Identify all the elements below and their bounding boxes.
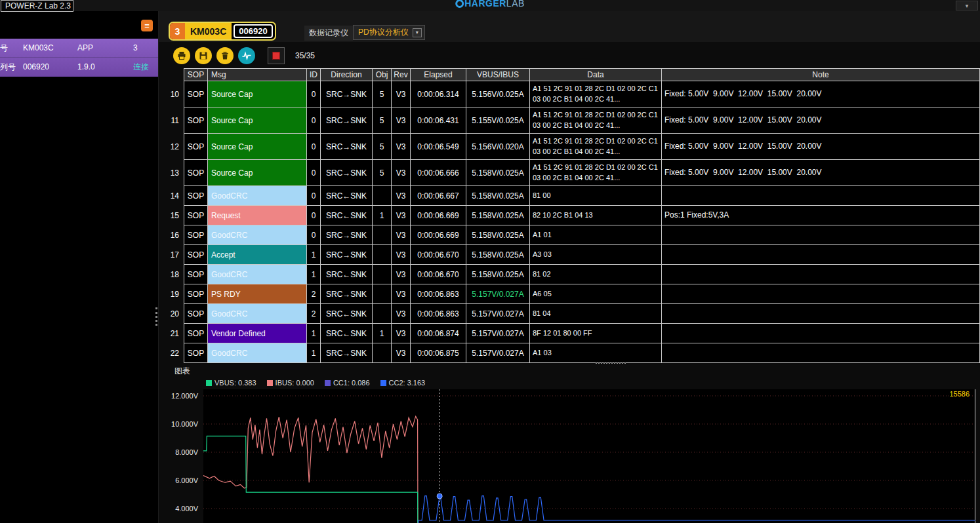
cell-direction: SRC←SNK [321, 304, 373, 324]
pd-analyzer-button[interactable]: PD协议分析仪 ▾ [353, 25, 425, 40]
column-header-data[interactable]: Data [530, 68, 662, 81]
list-icon: ≡ [144, 22, 150, 30]
cell-rev: V3 [392, 324, 411, 343]
chart-splitter-handle[interactable] [596, 362, 626, 364]
device-tab[interactable]: 3 KM003C 006920 [169, 22, 276, 41]
data-recorder-button[interactable]: 数据记录仪 [304, 26, 353, 41]
cell-obj: 1 [373, 324, 392, 343]
stop-record-button[interactable] [268, 47, 285, 64]
cell-elapsed: 0:00:06.863 [411, 304, 466, 324]
cell-data: A1 03 [530, 343, 662, 363]
legend-item-cc2[interactable]: CC2: 3.163 [380, 379, 426, 387]
cell-elapsed: 0:00:06.670 [411, 265, 466, 284]
table-row[interactable]: 14SOPGoodCRC0SRC←SNKV30:00:06.6675.158V/… [167, 186, 980, 206]
column-header-sop[interactable]: SOP [184, 68, 208, 81]
titlebar: POWER-Z Lab 2.3 HARGER LAB ▾ [0, 0, 980, 11]
chart-panel: 15586 [203, 389, 975, 523]
table-row[interactable]: 20SOPGoodCRC2SRC←SNKV30:00:06.8635.157V/… [167, 304, 980, 324]
cell-sop: SOP [184, 81, 208, 107]
table-row[interactable]: 19SOPPS RDY2SRC→SNKV30:00:06.8635.157V/0… [167, 284, 980, 304]
chevron-down-icon[interactable]: ▾ [413, 28, 422, 37]
firmware-version: 1.9.0 [77, 58, 95, 77]
column-header-rev[interactable]: Rev [392, 68, 411, 81]
column-header-id[interactable]: ID [307, 68, 321, 81]
cell-elapsed: 0:00:06.549 [411, 134, 466, 160]
cell-rev: V3 [392, 284, 411, 304]
cell-note [662, 245, 980, 265]
cell-sop: SOP [184, 245, 208, 265]
row-number: 10 [167, 81, 184, 107]
message-counter: 35/35 [295, 51, 315, 60]
cell-note [662, 284, 980, 304]
cell-elapsed: 0:00:06.431 [411, 107, 466, 134]
cell-obj: 5 [373, 160, 392, 186]
table-row[interactable]: 22SOPGoodCRC1SRC→SNKV30:00:06.8755.157V/… [167, 343, 980, 363]
cell-sop: SOP [184, 304, 208, 324]
table-row[interactable]: 21SOPVendor Defined1SRC←SNK1V30:00:06.87… [167, 324, 980, 343]
serial-value: 006920 [23, 58, 49, 77]
table-row[interactable]: 18SOPGoodCRC1SRC←SNKV30:00:06.6705.158V/… [167, 265, 980, 284]
column-header-obj[interactable]: Obj [373, 68, 392, 81]
legend-item-ibus[interactable]: IBUS: 0.000 [267, 379, 314, 387]
window-title-tab[interactable]: POWER-Z Lab 2.3 [1, 0, 73, 12]
cell-note: Fixed: 5.00V 9.00V 12.00V 15.00V 20.00V [662, 107, 980, 134]
waveform-chart[interactable] [203, 389, 975, 523]
column-header-msg[interactable]: Msg [208, 68, 307, 81]
cell-vbus-ibus: 5.157V/0.027A [466, 304, 530, 324]
cell-obj [373, 225, 392, 245]
trace-cc2 [203, 496, 975, 523]
trash-icon [220, 51, 230, 60]
table-row[interactable]: 11SOPSource Cap0SRC→SNK5V30:00:06.4315.1… [167, 107, 980, 134]
legend-swatch [325, 380, 331, 386]
cell-direction: SRC→SNK [321, 284, 373, 304]
cell-direction: SRC←SNK [321, 206, 373, 225]
cell-vbus-ibus: 5.156V/0.020A [466, 134, 530, 160]
cell-vbus-ibus: 5.157V/0.027A [466, 324, 530, 343]
cell-direction: SRC←SNK [321, 186, 373, 206]
cell-data: A6 05 [530, 284, 662, 304]
table-row[interactable]: 16SOPGoodCRC0SRC→SNKV30:00:06.6695.158V/… [167, 225, 980, 245]
pd-message-table: SOPMsgIDDirectionObjRevElapsedVBUS/IBUSD… [167, 68, 980, 363]
cell-elapsed: 0:00:06.863 [411, 284, 466, 304]
cell-direction: SRC←SNK [321, 265, 373, 284]
column-header-elapsed[interactable]: Elapsed [411, 68, 466, 81]
cell-direction: SRC→SNK [321, 160, 373, 186]
print-button[interactable] [173, 47, 190, 64]
cell-msg: GoodCRC [208, 304, 307, 324]
cell-vbus-ibus: 5.157V/0.027A [466, 284, 530, 304]
cell-direction: SRC→SNK [321, 81, 373, 107]
cell-direction: SRC→SNK [321, 134, 373, 160]
clear-button[interactable] [216, 47, 234, 64]
column-header-direction[interactable]: Direction [321, 68, 373, 81]
sidebar-splitter-handle[interactable] [155, 307, 157, 326]
legend-swatch [206, 380, 212, 386]
save-button[interactable] [195, 47, 212, 64]
waveform-tool-button[interactable] [238, 47, 255, 64]
table-row[interactable]: 15SOPRequest0SRC←SNK1V30:00:06.6695.158V… [167, 206, 980, 225]
column-header-vbusibus[interactable]: VBUS/IBUS [466, 68, 530, 81]
titlebar-dropdown-button[interactable]: ▾ [956, 1, 978, 10]
cell-vbus-ibus: 5.158V/0.025A [466, 206, 530, 225]
table-row[interactable]: 12SOPSource Cap0SRC→SNK5V30:00:06.5495.1… [167, 134, 980, 160]
legend-item-cc1[interactable]: CC1: 0.086 [325, 379, 370, 387]
device-info-panel[interactable]: 型号 KM003C APP 3 序列号 006920 1.9.0 连接 [0, 39, 159, 77]
sample-count: 15586 [949, 390, 970, 398]
column-header-note[interactable]: Note [662, 68, 980, 81]
table-row[interactable]: 17SOPAccept1SRC→SNKV30:00:06.6705.158V/0… [167, 245, 980, 265]
cursor-marker[interactable] [437, 494, 442, 499]
cell-id: 2 [307, 284, 321, 304]
cell-obj [373, 343, 392, 363]
table-row[interactable]: 13SOPSource Cap0SRC→SNK5V30:00:06.6665.1… [167, 160, 980, 186]
cell-note [662, 324, 980, 343]
cell-vbus-ibus: 5.158V/0.025A [466, 225, 530, 245]
cell-obj [373, 265, 392, 284]
legend-item-vbus[interactable]: VBUS: 0.383 [206, 379, 256, 387]
device-list-button[interactable]: ≡ [141, 20, 153, 31]
chargerlab-logo-icon [455, 0, 464, 8]
cell-data: A1 51 2C 91 01 28 2C D1 02 00 2C C1 03 0… [530, 81, 662, 107]
table-row[interactable]: 10SOPSource Cap0SRC→SNK5V30:00:06.3145.1… [167, 81, 980, 107]
cell-msg: GoodCRC [208, 265, 307, 284]
print-icon [177, 51, 186, 60]
cell-data: A3 03 [530, 245, 662, 265]
row-number: 19 [167, 284, 184, 304]
